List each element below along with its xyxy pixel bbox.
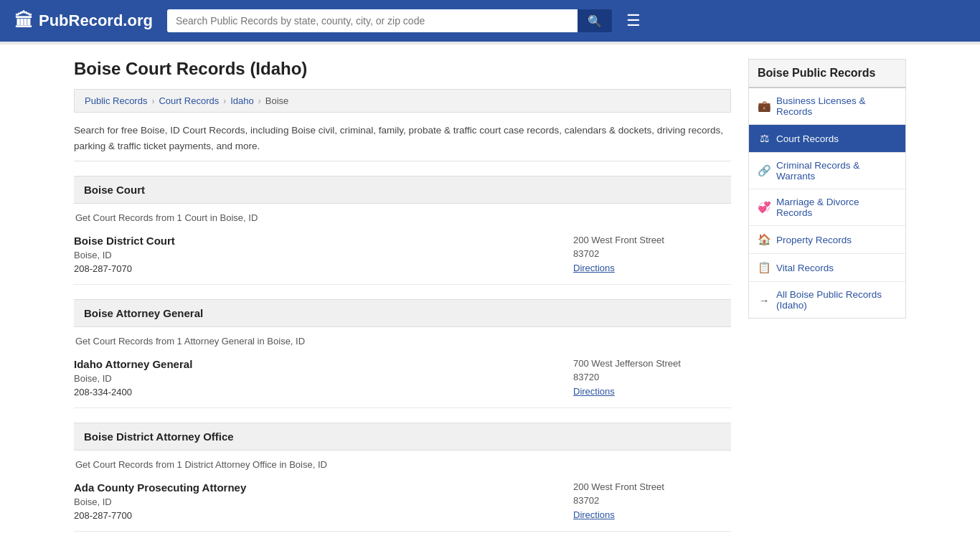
search-bar: 🔍 bbox=[167, 9, 612, 32]
entry-left-ag: Idaho Attorney General Boise, ID 208-334… bbox=[74, 358, 192, 397]
entry-phone-ag: 208-334-2400 bbox=[74, 387, 192, 397]
sidebar-title: Boise Public Records bbox=[748, 59, 906, 88]
sidebar-label-vital: Vital Records bbox=[776, 263, 834, 273]
sidebar-label-all: All Boise Public Records (Idaho) bbox=[776, 289, 897, 311]
section-attorney-general: Boise Attorney General Get Court Records… bbox=[74, 299, 731, 408]
search-icon: 🔍 bbox=[588, 15, 602, 27]
breadcrumb: Public Records › Court Records › Idaho ›… bbox=[74, 89, 731, 113]
entry-name: Boise District Court bbox=[74, 235, 175, 247]
directions-link-3[interactable]: Directions bbox=[573, 509, 615, 520]
entry-right: 200 West Front Street 83702 Directions bbox=[573, 235, 731, 274]
hamburger-icon: ☰ bbox=[626, 11, 641, 29]
sidebar-item-marriage-divorce[interactable]: 💞 Marriage & Divorce Records bbox=[749, 189, 905, 226]
breadcrumb-sep-2: › bbox=[223, 96, 226, 106]
section-desc-attorney-general: Get Court Records from 1 Attorney Genera… bbox=[74, 336, 731, 347]
section-boise-court: Boise Court Get Court Records from 1 Cou… bbox=[74, 176, 731, 285]
entry-ada-county-prosecuting: Ada County Prosecuting Attorney Boise, I… bbox=[74, 481, 731, 532]
briefcase-icon: 💼 bbox=[758, 100, 771, 113]
directions-link-2[interactable]: Directions bbox=[573, 386, 615, 397]
sidebar-item-business-licenses[interactable]: 💼 Business Licenses & Records bbox=[749, 88, 905, 125]
site-logo[interactable]: 🏛 PubRecord.org bbox=[14, 10, 153, 32]
section-header-district-attorney: Boise District Attorney Office bbox=[74, 423, 731, 451]
site-header: 🏛 PubRecord.org 🔍 ☰ bbox=[0, 0, 980, 42]
sidebar-item-vital-records[interactable]: 📋 Vital Records bbox=[749, 254, 905, 282]
sidebar-nav: 💼 Business Licenses & Records ⚖ Court Re… bbox=[748, 88, 906, 319]
entry-address-ag: 700 West Jefferson Street bbox=[573, 358, 731, 369]
sidebar-item-all-records[interactable]: → All Boise Public Records (Idaho) bbox=[749, 282, 905, 318]
page-title: Boise Court Records (Idaho) bbox=[74, 59, 731, 79]
menu-button[interactable]: ☰ bbox=[621, 9, 646, 33]
entry-phone: 208-287-7070 bbox=[74, 263, 175, 274]
sidebar-label-criminal: Criminal Records & Warrants bbox=[776, 160, 897, 182]
sidebar-label-property: Property Records bbox=[776, 235, 852, 245]
entry-left-da: Ada County Prosecuting Attorney Boise, I… bbox=[74, 481, 246, 521]
entry-zip-da: 83702 bbox=[573, 495, 731, 506]
arrow-icon: → bbox=[758, 294, 771, 306]
entry-right-ag: 700 West Jefferson Street 83720 Directio… bbox=[573, 358, 731, 397]
entry-left: Boise District Court Boise, ID 208-287-7… bbox=[74, 235, 175, 274]
entry-idaho-attorney-general: Idaho Attorney General Boise, ID 208-334… bbox=[74, 358, 731, 408]
hearts-icon: 💞 bbox=[758, 201, 771, 214]
entry-boise-district-court: Boise District Court Boise, ID 208-287-7… bbox=[74, 235, 731, 285]
sidebar-item-property-records[interactable]: 🏠 Property Records bbox=[749, 226, 905, 254]
section-header-boise-court: Boise Court bbox=[74, 176, 731, 204]
entry-address: 200 West Front Street bbox=[573, 235, 731, 245]
section-desc-boise-court: Get Court Records from 1 Court in Boise,… bbox=[74, 212, 731, 223]
entry-name-ag: Idaho Attorney General bbox=[74, 358, 192, 370]
directions-link-1[interactable]: Directions bbox=[573, 263, 615, 273]
content-wrapper: Boise Court Records (Idaho) Public Recor… bbox=[60, 44, 920, 546]
entry-zip-ag: 83720 bbox=[573, 372, 731, 382]
sidebar-item-criminal-records[interactable]: 🔗 Criminal Records & Warrants bbox=[749, 153, 905, 189]
entry-phone-da: 208-287-7700 bbox=[74, 510, 246, 521]
link-icon: 🔗 bbox=[758, 164, 771, 177]
sidebar: Boise Public Records 💼 Business Licenses… bbox=[748, 59, 906, 546]
entry-name-da: Ada County Prosecuting Attorney bbox=[74, 481, 246, 494]
breadcrumb-idaho[interactable]: Idaho bbox=[230, 95, 254, 106]
sidebar-label-business: Business Licenses & Records bbox=[776, 95, 897, 117]
section-district-attorney: Boise District Attorney Office Get Court… bbox=[74, 423, 731, 532]
entry-right-da: 200 West Front Street 83702 Directions bbox=[573, 481, 731, 521]
breadcrumb-boise: Boise bbox=[265, 95, 289, 106]
sidebar-label-marriage: Marriage & Divorce Records bbox=[776, 197, 897, 218]
section-desc-district-attorney: Get Court Records from 1 District Attorn… bbox=[74, 459, 731, 470]
main-content: Boise Court Records (Idaho) Public Recor… bbox=[74, 59, 731, 546]
home-icon: 🏠 bbox=[758, 233, 771, 246]
breadcrumb-sep-3: › bbox=[258, 96, 261, 106]
search-button[interactable]: 🔍 bbox=[578, 9, 612, 32]
search-input[interactable] bbox=[167, 9, 578, 32]
clipboard-icon: 📋 bbox=[758, 261, 771, 274]
entry-city-ag: Boise, ID bbox=[74, 373, 192, 384]
entry-city-da: Boise, ID bbox=[74, 496, 246, 507]
logo-icon: 🏛 bbox=[14, 10, 33, 32]
section-header-attorney-general: Boise Attorney General bbox=[74, 299, 731, 327]
entry-city: Boise, ID bbox=[74, 250, 175, 260]
scales-icon: ⚖ bbox=[758, 132, 771, 145]
entry-address-da: 200 West Front Street bbox=[573, 481, 731, 492]
page-description: Search for free Boise, ID Court Records,… bbox=[74, 123, 731, 161]
breadcrumb-court-records[interactable]: Court Records bbox=[159, 95, 219, 106]
sidebar-label-court: Court Records bbox=[776, 133, 839, 144]
breadcrumb-sep-1: › bbox=[151, 96, 154, 106]
entry-zip: 83702 bbox=[573, 248, 731, 259]
breadcrumb-public-records[interactable]: Public Records bbox=[85, 95, 147, 106]
logo-text: PubRecord.org bbox=[39, 11, 153, 30]
sidebar-item-court-records[interactable]: ⚖ Court Records bbox=[749, 125, 905, 153]
